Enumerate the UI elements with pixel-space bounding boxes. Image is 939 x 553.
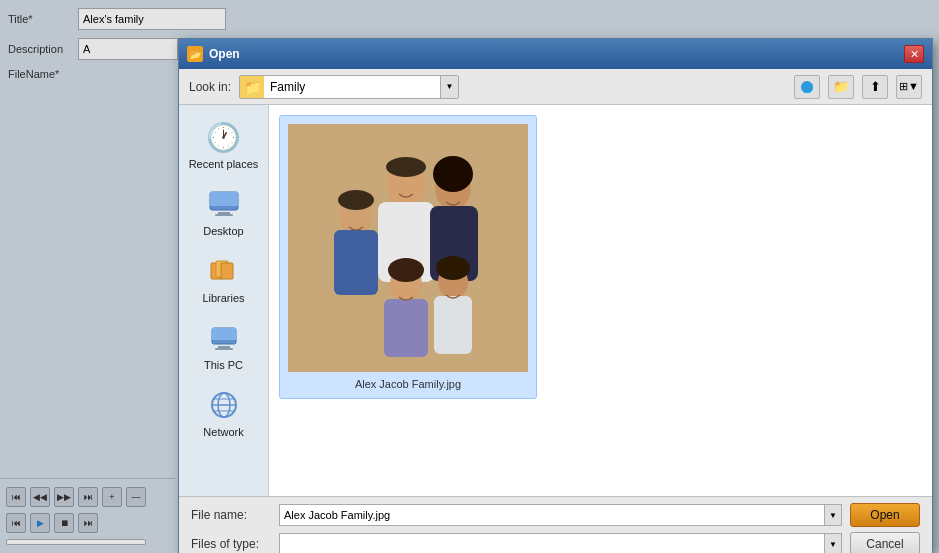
this-pc-icon: [206, 320, 242, 356]
dialog-title-text: Open: [209, 47, 240, 61]
nav-up-btn[interactable]: ⬆: [862, 75, 888, 99]
svg-rect-3: [210, 192, 238, 206]
svg-rect-24: [334, 230, 378, 295]
recent-places-icon: 🕐: [206, 119, 242, 155]
files-type-row: Files of type: ▼ Cancel: [191, 532, 920, 553]
svg-point-31: [338, 190, 374, 210]
file-name-arrow[interactable]: ▼: [824, 504, 842, 526]
svg-rect-12: [215, 348, 233, 350]
file-name-row: File name: ▼ Open: [191, 503, 920, 527]
nav-item-network[interactable]: Network: [184, 381, 264, 444]
file-item-name: Alex Jacob Family.jpg: [355, 378, 461, 390]
file-name-input[interactable]: [279, 504, 824, 526]
svg-rect-5: [215, 214, 233, 216]
cancel-button[interactable]: Cancel: [850, 532, 920, 553]
dialog-bottom: File name: ▼ Open Files of type: ▼ Cance…: [179, 496, 932, 553]
svg-rect-11: [218, 346, 230, 348]
svg-rect-4: [218, 212, 230, 214]
files-of-type-input[interactable]: [279, 533, 824, 553]
svg-point-33: [436, 256, 470, 280]
nav-item-libraries-label: Libraries: [202, 292, 244, 304]
nav-view-btn[interactable]: ⊞▼: [896, 75, 922, 99]
file-item-alex-jacob-family[interactable]: Alex Jacob Family.jpg: [279, 115, 537, 399]
desktop-icon: [206, 186, 242, 222]
svg-rect-26: [384, 299, 428, 357]
look-in-arrow[interactable]: ▼: [440, 76, 458, 98]
look-in-value: Family: [264, 80, 440, 94]
dialog-titlebar: 📂 Open ✕: [179, 39, 932, 69]
nav-item-recent-places[interactable]: 🕐 Recent places: [184, 113, 264, 176]
files-of-type-combo[interactable]: ▼: [279, 533, 842, 553]
open-button[interactable]: Open: [850, 503, 920, 527]
svg-point-30: [433, 156, 473, 192]
nav-item-desktop[interactable]: Desktop: [184, 180, 264, 243]
nav-item-network-label: Network: [203, 426, 243, 438]
folder-icon: 📁: [240, 76, 264, 98]
file-name-combo[interactable]: ▼: [279, 504, 842, 526]
dialog-close-btn[interactable]: ✕: [904, 45, 924, 63]
look-in-label: Look in:: [189, 80, 231, 94]
svg-rect-8: [221, 263, 233, 279]
nav-back-btn[interactable]: 🌐: [794, 75, 820, 99]
dialog-title-left: 📂 Open: [187, 46, 240, 62]
open-file-dialog: 📂 Open ✕ Look in: 📁 Family ▼ 🌐 📁 ⬆ ⊞▼: [178, 38, 933, 553]
nav-item-this-pc-label: This PC: [204, 359, 243, 371]
nav-item-this-pc[interactable]: This PC: [184, 314, 264, 377]
dialog-files[interactable]: Alex Jacob Family.jpg: [269, 105, 932, 496]
nav-item-recent-places-label: Recent places: [189, 158, 259, 170]
svg-point-32: [388, 258, 424, 282]
libraries-icon: [206, 253, 242, 289]
file-thumbnail: [288, 124, 528, 372]
files-of-type-label: Files of type:: [191, 537, 271, 551]
svg-rect-10: [212, 328, 236, 340]
svg-rect-28: [434, 296, 472, 354]
dialog-icon: 📂: [187, 46, 203, 62]
file-name-label: File name:: [191, 508, 271, 522]
files-of-type-arrow[interactable]: ▼: [824, 533, 842, 553]
nav-item-libraries[interactable]: Libraries: [184, 247, 264, 310]
dialog-body: 🕐 Recent places Desktop: [179, 105, 932, 496]
network-icon: [206, 387, 242, 423]
svg-text:🌐: 🌐: [801, 81, 814, 94]
nav-item-desktop-label: Desktop: [203, 225, 243, 237]
look-in-combo[interactable]: 📁 Family ▼: [239, 75, 459, 99]
dialog-nav: 🕐 Recent places Desktop: [179, 105, 269, 496]
dialog-toolbar: Look in: 📁 Family ▼ 🌐 📁 ⬆ ⊞▼: [179, 69, 932, 105]
svg-point-29: [386, 157, 426, 177]
nav-folder-btn[interactable]: 📁: [828, 75, 854, 99]
